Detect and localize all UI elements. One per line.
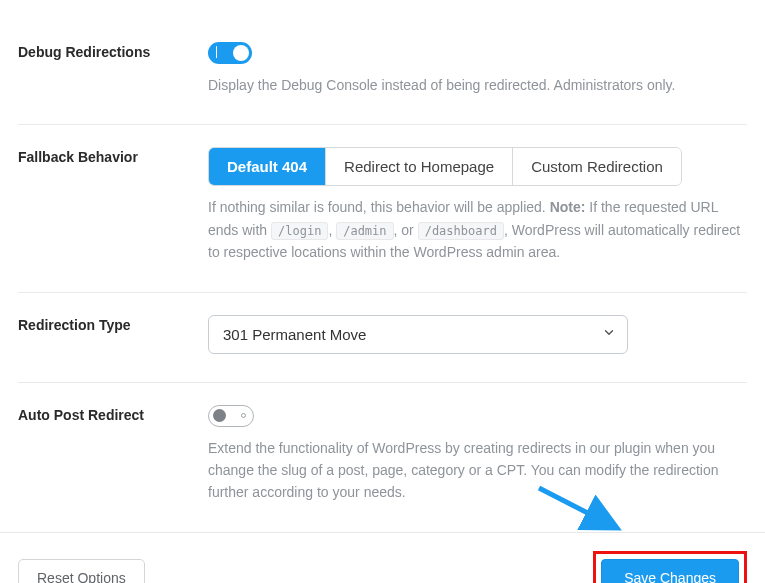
desc-fallback-behavior: If nothing similar is found, this behavi… [208,196,747,263]
select-redirection-type[interactable]: 301 Permanent Move [208,315,628,354]
fallback-option-group: Default 404 Redirect to Homepage Custom … [208,147,682,186]
row-fallback-behavior: Fallback Behavior Default 404 Redirect t… [18,125,747,292]
code-admin: /admin [336,222,393,240]
row-auto-post-redirect: Auto Post Redirect Extend the functional… [18,383,747,532]
fallback-option-custom-redirection[interactable]: Custom Redirection [513,148,681,185]
label-fallback-behavior: Fallback Behavior [18,147,208,263]
label-auto-post-redirect: Auto Post Redirect [18,405,208,504]
code-login: /login [271,222,328,240]
desc-auto-post-redirect: Extend the functionality of WordPress by… [208,437,747,504]
fallback-desc-note-label: Note: [550,199,586,215]
desc-debug-redirections: Display the Debug Console instead of bei… [208,74,747,96]
fallback-option-redirect-homepage[interactable]: Redirect to Homepage [326,148,513,185]
row-debug-redirections: Debug Redirections Display the Debug Con… [18,20,747,125]
fallback-desc-pre: If nothing similar is found, this behavi… [208,199,550,215]
row-redirection-type: Redirection Type 301 Permanent Move [18,293,747,383]
code-dashboard: /dashboard [418,222,504,240]
label-debug-redirections: Debug Redirections [18,42,208,96]
toggle-debug-redirections[interactable] [208,42,252,64]
fallback-option-default-404[interactable]: Default 404 [209,148,326,185]
reset-options-button[interactable]: Reset Options [18,559,145,583]
label-redirection-type: Redirection Type [18,315,208,354]
toggle-auto-post-redirect[interactable] [208,405,254,427]
footer-bar: Reset Options Save Changes [0,532,765,583]
save-button-highlight: Save Changes [593,551,747,583]
save-changes-button[interactable]: Save Changes [601,559,739,583]
